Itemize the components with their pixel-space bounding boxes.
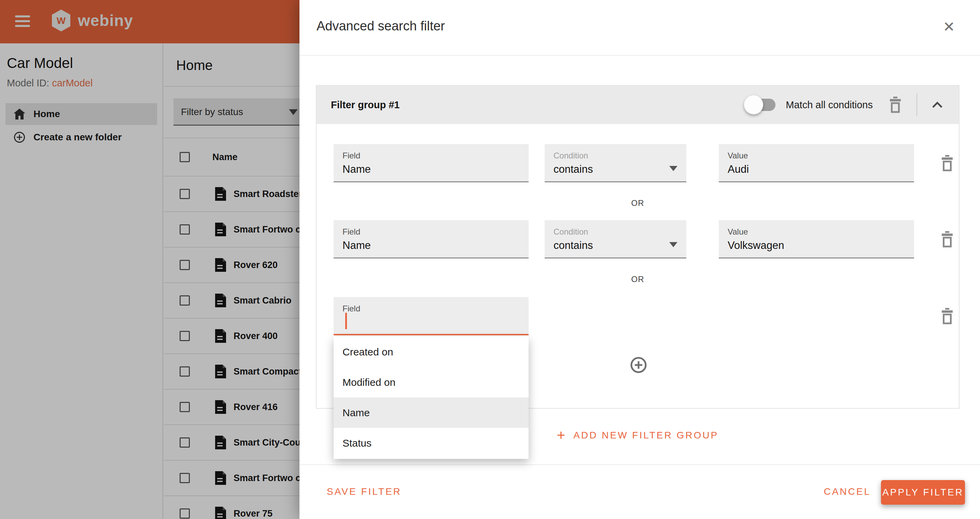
value-input[interactable]: Value Audi: [719, 144, 914, 182]
collapse-group-button[interactable]: [932, 101, 943, 108]
condition-select[interactable]: Condition contains: [545, 220, 686, 258]
match-all-toggle[interactable]: [746, 99, 775, 111]
field-value: Name: [342, 163, 371, 175]
divider: [916, 94, 917, 116]
delete-group-button[interactable]: [888, 97, 902, 113]
chevron-up-icon: [932, 101, 943, 108]
value-label: Value: [728, 151, 748, 161]
add-new-filter-group-label: ADD NEW FILTER GROUP: [573, 430, 718, 441]
text-cursor: [345, 313, 347, 329]
apply-filter-button[interactable]: APPLY FILTER: [881, 480, 965, 505]
value-label: Value: [728, 227, 748, 237]
dialog-footer: SAVE FILTER CANCEL APPLY FILTER: [299, 464, 980, 519]
field-input[interactable]: Field Name: [334, 220, 528, 258]
filter-group-title: Filter group #1: [331, 99, 399, 111]
dropdown-option-highlighted[interactable]: Name: [334, 398, 528, 428]
delete-condition-button[interactable]: [940, 155, 954, 171]
field-input[interactable]: Field Name: [334, 144, 528, 182]
value-input[interactable]: Value Volkswagen: [719, 220, 914, 258]
condition-select[interactable]: Condition contains: [545, 144, 686, 182]
save-filter-button[interactable]: SAVE FILTER: [327, 486, 402, 497]
toggle-knob: [744, 95, 763, 115]
trash-icon: [940, 155, 954, 171]
dropdown-option[interactable]: Created on: [334, 337, 528, 367]
trash-icon: [888, 97, 902, 113]
dropdown-option[interactable]: Modified on: [334, 367, 528, 398]
condition-value: contains: [554, 239, 593, 252]
condition-label: Condition: [554, 151, 588, 161]
condition-value: contains: [554, 163, 593, 175]
field-label: Field: [342, 304, 360, 314]
plus-circle-icon: [630, 356, 648, 374]
field-label: Field: [342, 151, 360, 161]
field-value: Name: [342, 239, 371, 252]
add-condition-button[interactable]: [630, 356, 648, 374]
dialog-title: Advanced search filter: [317, 19, 445, 33]
field-label: Field: [342, 227, 360, 237]
value-value: Volkswagen: [728, 239, 784, 252]
webiny-headless-cms-screen: W webiny Car Model Model ID: carModel Ho…: [0, 0, 980, 519]
advanced-search-filter-dialog: Advanced search filter ✕ Filter group #1…: [299, 0, 980, 519]
or-separator: OR: [317, 274, 959, 284]
trash-icon: [940, 308, 954, 324]
dialog-header: Advanced search filter ✕: [299, 0, 980, 56]
field-options-dropdown: Created on Modified on Name Status: [334, 337, 528, 459]
trash-icon: [940, 231, 954, 248]
filter-condition-row: Field: [334, 297, 959, 336]
dropdown-arrow-icon: [669, 166, 678, 171]
filter-condition-row: Field Name Condition contains Value Volk…: [334, 220, 959, 260]
filter-group-card: Filter group #1 Match all conditions: [316, 85, 959, 409]
delete-condition-button[interactable]: [940, 231, 954, 248]
delete-condition-button[interactable]: [940, 308, 954, 324]
match-all-label: Match all conditions: [786, 99, 873, 111]
plus-icon: +: [557, 428, 565, 443]
filter-condition-row: Field Name Condition contains Value Audi: [334, 144, 959, 183]
cancel-button[interactable]: CANCEL: [824, 486, 871, 497]
condition-label: Condition: [554, 227, 588, 237]
dropdown-arrow-icon: [669, 242, 678, 247]
close-icon[interactable]: ✕: [939, 16, 959, 37]
field-input-focused[interactable]: Field: [334, 297, 528, 335]
or-separator: OR: [317, 198, 959, 208]
value-value: Audi: [728, 163, 749, 175]
filter-group-header: Filter group #1 Match all conditions: [317, 86, 959, 124]
dropdown-option[interactable]: Status: [334, 428, 528, 458]
